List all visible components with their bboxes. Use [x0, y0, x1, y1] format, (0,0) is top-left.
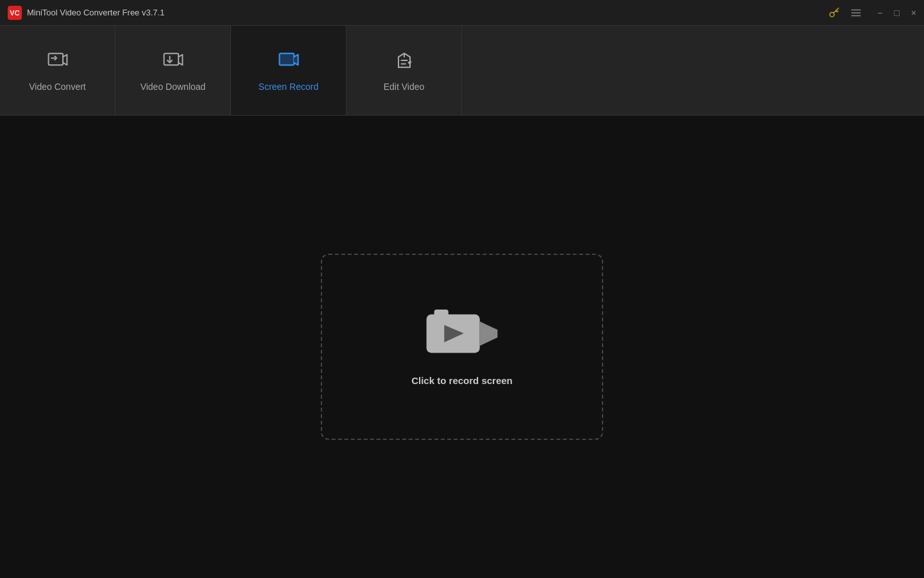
nav-bar: Video Convert Video Download Screen Reco…: [0, 26, 924, 116]
app-title: MiniTool Video Converter Free v3.7.1: [27, 8, 164, 17]
record-prompt-label: Click to record screen: [411, 375, 513, 386]
title-bar: VC MiniTool Video Converter Free v3.7.1 …: [0, 0, 924, 26]
camera-record-icon: [424, 308, 501, 360]
window-controls: − □ ×: [877, 8, 916, 17]
svg-rect-13: [434, 310, 449, 317]
main-content: Click to record screen: [0, 116, 924, 578]
tab-video-convert[interactable]: Video Convert: [0, 26, 116, 115]
maximize-button[interactable]: □: [894, 8, 899, 17]
screen-record-icon: [277, 49, 300, 75]
edit-video-icon: [393, 49, 416, 75]
record-area[interactable]: Click to record screen: [321, 254, 603, 440]
title-bar-controls: − □ ×: [828, 7, 916, 19]
tab-video-download[interactable]: Video Download: [116, 26, 231, 115]
minimize-button[interactable]: −: [877, 8, 882, 17]
menu-icon[interactable]: [850, 7, 862, 19]
svg-marker-15: [480, 322, 498, 346]
tab-screen-record[interactable]: Screen Record: [231, 26, 346, 115]
close-button[interactable]: ×: [911, 8, 916, 17]
app-logo: VC: [8, 6, 22, 20]
svg-rect-6: [164, 53, 178, 65]
video-download-icon: [162, 49, 185, 75]
title-bar-left: VC MiniTool Video Converter Free v3.7.1: [8, 6, 164, 20]
tab-edit-video-label: Edit Video: [384, 82, 425, 92]
key-icon[interactable]: [828, 7, 840, 19]
tab-screen-record-label: Screen Record: [259, 82, 318, 92]
tab-video-download-label: Video Download: [141, 82, 206, 92]
tab-video-convert-label: Video Convert: [29, 82, 85, 92]
tab-edit-video[interactable]: Edit Video: [346, 26, 462, 115]
svg-rect-9: [279, 53, 294, 65]
svg-point-0: [830, 12, 834, 17]
video-convert-icon: [46, 49, 69, 75]
